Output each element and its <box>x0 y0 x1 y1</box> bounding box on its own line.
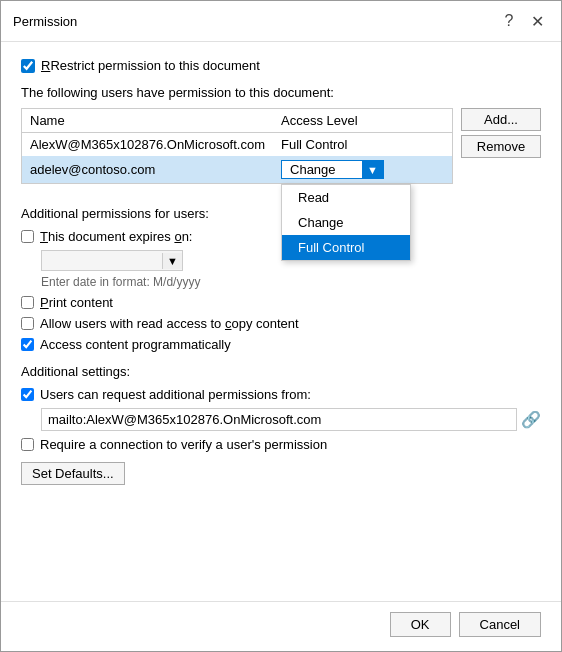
col-name-header: Name <box>22 109 274 133</box>
copy-checkbox[interactable] <box>21 317 34 330</box>
dialog-footer: OK Cancel <box>1 601 561 651</box>
email-input[interactable] <box>41 408 517 431</box>
restrict-checkbox-row: RRestrict permission to this document <box>21 58 541 73</box>
dialog-content: RRestrict permission to this document Th… <box>1 42 561 601</box>
date-dropdown-button[interactable]: ▼ <box>162 253 182 269</box>
require-label: Require a connection to verify a user's … <box>40 437 327 452</box>
users-table: Name Access Level AlexW@M365x102876.OnMi… <box>21 108 453 184</box>
user-access: Full Control <box>273 133 452 157</box>
date-hint: Enter date in format: M/d/yyyy <box>21 275 541 289</box>
col-access-header: Access Level <box>273 109 452 133</box>
cancel-button[interactable]: Cancel <box>459 612 541 637</box>
email-row: 🔗 <box>21 408 541 431</box>
set-defaults-area: Set Defaults... <box>21 462 541 485</box>
dropdown-item-change[interactable]: Change <box>282 210 410 235</box>
ok-button[interactable]: OK <box>390 612 451 637</box>
expires-checkbox[interactable] <box>21 230 34 243</box>
additional-settings-section: Additional settings: Users can request a… <box>21 364 541 452</box>
link-icon: 🔗 <box>521 410 541 429</box>
date-input[interactable] <box>42 251 162 270</box>
print-label: Print content <box>40 295 113 310</box>
access-dropdown-arrow[interactable]: ▼ <box>362 161 383 178</box>
add-button[interactable]: Add... <box>461 108 541 131</box>
require-checkbox[interactable] <box>21 438 34 451</box>
dialog-titlebar: Permission ? ✕ <box>1 1 561 42</box>
request-checkbox[interactable] <box>21 388 34 401</box>
help-button[interactable]: ? <box>497 9 521 33</box>
users-section-label: The following users have permission to t… <box>21 85 541 100</box>
print-checkbox[interactable] <box>21 296 34 309</box>
programmatic-row: Access content programmatically <box>21 337 541 352</box>
table-row[interactable]: adelev@contoso.com Change ▼ Read <box>22 156 453 184</box>
date-input-wrap: ▼ <box>41 250 183 271</box>
user-name: adelev@contoso.com <box>22 156 274 184</box>
copy-label: Allow users with read access to copy con… <box>40 316 299 331</box>
request-label: Users can request additional permissions… <box>40 387 311 402</box>
access-dropdown-value: Change <box>282 161 362 178</box>
dialog-title: Permission <box>13 14 77 29</box>
table-area: Name Access Level AlexW@M365x102876.OnMi… <box>21 108 541 192</box>
close-button[interactable]: ✕ <box>525 9 549 33</box>
copy-row: Allow users with read access to copy con… <box>21 316 541 331</box>
additional-settings-title: Additional settings: <box>21 364 541 379</box>
programmatic-checkbox[interactable] <box>21 338 34 351</box>
restrict-checkbox[interactable] <box>21 59 35 73</box>
remove-button[interactable]: Remove <box>461 135 541 158</box>
permission-dialog: Permission ? ✕ RRestrict permission to t… <box>0 0 562 652</box>
dropdown-item-read[interactable]: Read <box>282 185 410 210</box>
require-row: Require a connection to verify a user's … <box>21 437 541 452</box>
print-row: Print content <box>21 295 541 310</box>
titlebar-buttons: ? ✕ <box>497 9 549 33</box>
user-name: AlexW@M365x102876.OnMicrosoft.com <box>22 133 274 157</box>
restrict-label: RRestrict permission to this document <box>41 58 260 73</box>
access-dropdown-popup: Read Change Full Control <box>281 184 411 261</box>
expires-label: This document expires on: <box>40 229 192 244</box>
table-row[interactable]: AlexW@M365x102876.OnMicrosoft.com Full C… <box>22 133 453 157</box>
dropdown-item-fullcontrol[interactable]: Full Control <box>282 235 410 260</box>
set-defaults-button[interactable]: Set Defaults... <box>21 462 125 485</box>
request-row: Users can request additional permissions… <box>21 387 541 402</box>
user-access-dropdown-cell: Change ▼ Read Change Full Control <box>273 156 452 184</box>
table-side-buttons: Add... Remove <box>461 108 541 192</box>
programmatic-label: Access content programmatically <box>40 337 231 352</box>
